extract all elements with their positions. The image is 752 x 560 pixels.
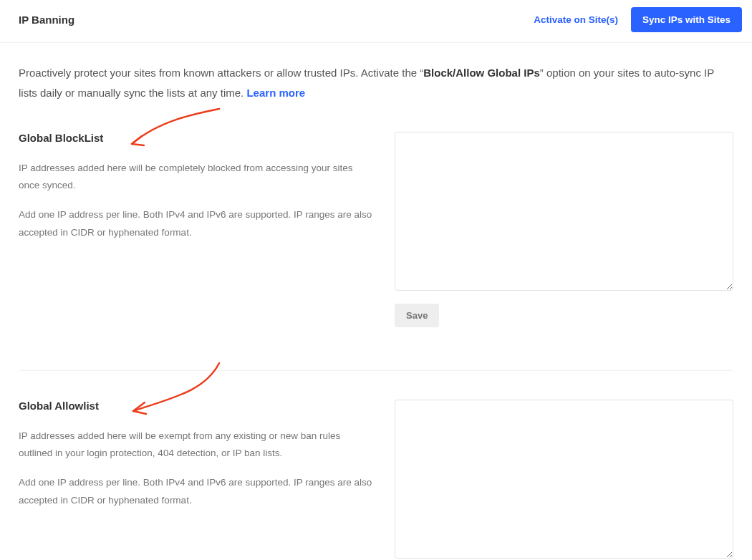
blocklist-title: Global BlockList [19, 132, 373, 144]
blocklist-section: Global BlockList IP addresses added here… [19, 103, 733, 349]
activate-on-sites-link[interactable]: Activate on Site(s) [534, 14, 618, 25]
allowlist-desc2: Add one IP address per line. Both IPv4 a… [19, 474, 373, 510]
blocklist-info: Global BlockList IP addresses added here… [19, 132, 373, 327]
header-actions: Activate on Site(s) Sync IPs with Sites [534, 7, 742, 32]
blocklist-save-button[interactable]: Save [395, 304, 439, 327]
blocklist-desc2: Add one IP address per line. Both IPv4 a… [19, 206, 373, 242]
allowlist-desc1: IP addresses added here will be exempt f… [19, 428, 373, 463]
blocklist-input-area: Save [395, 132, 733, 327]
blocklist-desc1: IP addresses added here will be complete… [19, 160, 373, 195]
page-title: IP Banning [19, 14, 74, 26]
intro-text: Proactively protect your sites from know… [19, 63, 733, 103]
learn-more-link[interactable]: Learn more [246, 87, 305, 99]
sync-ips-button[interactable]: Sync IPs with Sites [631, 7, 742, 32]
allowlist-input-area: Save [395, 400, 733, 561]
blocklist-textarea[interactable] [395, 132, 733, 291]
allowlist-section: Global Allowlist IP addresses added here… [19, 370, 733, 561]
intro-pre: Proactively protect your sites from know… [19, 67, 423, 79]
allowlist-title: Global Allowlist [19, 400, 373, 412]
intro-strong: Block/Allow Global IPs [423, 67, 540, 79]
page-header: IP Banning Activate on Site(s) Sync IPs … [0, 0, 752, 43]
allowlist-info: Global Allowlist IP addresses added here… [19, 400, 373, 561]
allowlist-textarea[interactable] [395, 400, 733, 559]
content-area: Proactively protect your sites from know… [0, 43, 752, 560]
